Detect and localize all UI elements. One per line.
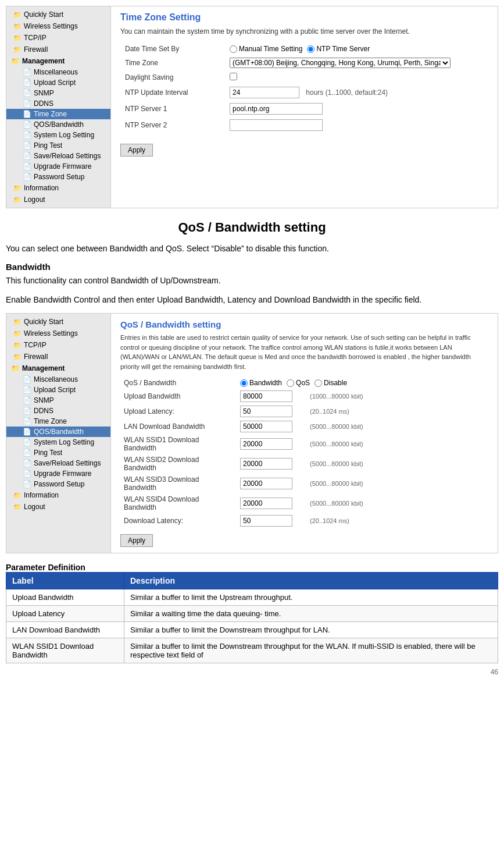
radio-bandwidth[interactable]: Bandwidth bbox=[240, 379, 282, 387]
folder-icon: 📁 bbox=[11, 57, 20, 65]
apply-button[interactable]: Apply bbox=[120, 144, 153, 157]
qos-sidebar-child-timezone[interactable]: 📄 Time Zone bbox=[6, 416, 110, 427]
qos-sidebar-child-ddns[interactable]: 📄 DDNS bbox=[6, 406, 110, 416]
ssid1-bw-input[interactable] bbox=[240, 438, 292, 450]
sidebar-child-qos-bandwidth[interactable]: 📄 QOS/Bandwidth bbox=[6, 119, 110, 130]
qos-hint-ssid4-bw: (5000...80000 kbit) bbox=[306, 493, 488, 513]
qos-hint-upload-latency: (20..1024 ms) bbox=[306, 404, 488, 419]
qos-sidebar-child-qos[interactable]: 📄 QOS/Bandwidth bbox=[6, 427, 110, 437]
sidebar-item-wireless-settings[interactable]: 📁 Wireless Settings bbox=[6, 20, 110, 32]
qos-hint-lan-bw: (5000...80000 kbit) bbox=[306, 419, 488, 434]
lan-bw-input[interactable] bbox=[240, 421, 292, 432]
daylight-checkbox[interactable] bbox=[230, 73, 237, 80]
doc-icon: 📄 bbox=[23, 79, 31, 87]
qos-sidebar-child-ping[interactable]: 📄 Ping Test bbox=[6, 447, 110, 458]
sidebar-child-ddns[interactable]: 📄 DDNS bbox=[6, 98, 110, 109]
upload-bw-input[interactable] bbox=[240, 390, 292, 402]
folder-icon: 📁 bbox=[13, 184, 22, 192]
doc-icon: 📄 bbox=[23, 396, 31, 404]
upload-latency-input[interactable] bbox=[240, 406, 292, 417]
folder-icon: 📁 bbox=[13, 23, 22, 30]
param-row-desc: Similar a buffer to limit the Downstream… bbox=[124, 622, 498, 638]
qos-row-ssid2-bw: WLAN SSID2 Download Bandwidth (5000...80… bbox=[120, 454, 488, 474]
qos-sidebar-item-information[interactable]: 📁 Information bbox=[6, 489, 110, 501]
radio-disable[interactable]: Disable bbox=[314, 379, 347, 387]
qos-sidebar-group-management[interactable]: 📁 Management bbox=[6, 363, 110, 374]
qos-label-lan-bw: LAN Download Bandwidth bbox=[120, 419, 237, 434]
sidebar-group-management[interactable]: 📁 Management bbox=[6, 55, 110, 67]
param-col-description: Description bbox=[124, 573, 498, 589]
param-section: Parameter Definition Label Description U… bbox=[6, 563, 498, 663]
sidebar-child-timezone[interactable]: 📄 Time Zone bbox=[6, 109, 110, 119]
ssid3-bw-input[interactable] bbox=[240, 478, 292, 489]
sidebar-item-information[interactable]: 📁 Information bbox=[6, 182, 110, 194]
qos-hint-ssid3-bw: (5000...80000 kbit) bbox=[306, 474, 488, 493]
qos-label-ssid2-bw: WLAN SSID2 Download Bandwidth bbox=[120, 454, 237, 474]
radio-ntp[interactable]: NTP Time Server bbox=[307, 45, 370, 53]
radio-disable-input[interactable] bbox=[314, 379, 322, 387]
qos-apply-button[interactable]: Apply bbox=[120, 534, 153, 547]
sidebar-item-firewall[interactable]: 📁 Firewall bbox=[6, 44, 110, 55]
sidebar-child-save-reload[interactable]: 📄 Save/Reload Settings bbox=[6, 151, 110, 161]
ssid4-bw-input[interactable] bbox=[240, 498, 292, 509]
field-label-ntp1: NTP Server 1 bbox=[120, 101, 225, 117]
doc-icon: 📄 bbox=[23, 131, 31, 139]
sidebar-child-miscellaneous[interactable]: 📄 Miscellaneous bbox=[6, 67, 110, 77]
qos-sidebar-item-logout[interactable]: 📁 Logout bbox=[6, 501, 110, 513]
folder-icon: 📁 bbox=[11, 364, 20, 372]
radio-bandwidth-input[interactable] bbox=[240, 379, 248, 387]
sidebar-child-upgrade-firmware[interactable]: 📄 Upgrade Firmware bbox=[6, 161, 110, 172]
doc-icon: 📄 bbox=[23, 173, 31, 181]
qos-row-mode: QoS / Bandwidth Bandwidth QoS Disable bbox=[120, 377, 488, 389]
qos-sidebar-item-tcpip[interactable]: 📁 TCP/IP bbox=[6, 339, 110, 351]
qos-description: Entries in this table are used to restri… bbox=[120, 333, 488, 371]
timezone-select[interactable]: (GMT+08:00) Beijing, Chongqing, Hong Kon… bbox=[230, 58, 451, 68]
doc-icon: 📄 bbox=[23, 480, 31, 488]
qos-sidebar-item-wireless[interactable]: 📁 Wireless Settings bbox=[6, 328, 110, 339]
sidebar-item-logout[interactable]: 📁 Logout bbox=[6, 194, 110, 205]
doc-icon: 📄 bbox=[23, 110, 31, 118]
folder-icon: 📁 bbox=[13, 196, 22, 204]
qos-row-ssid1-bw: WLAN SSID1 Download Bandwidth (5000...80… bbox=[120, 434, 488, 454]
field-label-daylight: Daylight Saving bbox=[120, 70, 225, 84]
qos-sidebar-item-firewall[interactable]: 📁 Firewall bbox=[6, 351, 110, 363]
doc-icon: 📄 bbox=[23, 120, 31, 129]
doc-icon: 📄 bbox=[23, 152, 31, 160]
qos-sidebar-child-password[interactable]: 📄 Password Setup bbox=[6, 479, 110, 489]
ntp-interval-input[interactable] bbox=[230, 87, 299, 98]
qos-sidebar-item-quickly-start[interactable]: 📁 Quickly Start bbox=[6, 316, 110, 328]
sidebar-item-tcpip[interactable]: 📁 TCP/IP bbox=[6, 32, 110, 44]
qos-sidebar-child-upgrade[interactable]: 📄 Upgrade Firmware bbox=[6, 468, 110, 479]
sidebar-child-password-setup[interactable]: 📄 Password Setup bbox=[6, 172, 110, 182]
ntp-server1-input[interactable] bbox=[230, 103, 323, 115]
folder-icon: 📁 bbox=[13, 46, 22, 54]
qos-row-upload-latency: Upload Latency: (20..1024 ms) bbox=[120, 404, 488, 419]
qos-sidebar-child-snmp[interactable]: 📄 SNMP bbox=[6, 395, 110, 406]
sidebar-child-system-log[interactable]: 📄 System Log Setting bbox=[6, 130, 110, 140]
sidebar-item-quickly-start[interactable]: 📁 Quickly Start bbox=[6, 9, 110, 20]
radio-ntp-input[interactable] bbox=[307, 45, 314, 53]
qos-sidebar-child-upload-script[interactable]: 📄 Upload Script bbox=[6, 385, 110, 395]
radio-qos-input[interactable] bbox=[287, 379, 294, 387]
radio-manual-input[interactable] bbox=[230, 45, 237, 53]
ntp-server2-input[interactable] bbox=[230, 119, 323, 131]
doc-icon: 📄 bbox=[23, 141, 31, 150]
field-label-timezone: Time Zone bbox=[120, 55, 225, 70]
download-latency-input[interactable] bbox=[240, 515, 292, 527]
qos-label-upload-bw: Upload Bandwidth bbox=[120, 389, 237, 404]
folder-icon: 📁 bbox=[13, 318, 22, 326]
sidebar-child-snmp[interactable]: 📄 SNMP bbox=[6, 88, 110, 98]
qos-sidebar-child-save-reload[interactable]: 📄 Save/Reload Settings bbox=[6, 458, 110, 468]
param-row-label: WLAN SSID1 Download Bandwidth bbox=[6, 638, 124, 663]
sidebar-child-ping-test[interactable]: 📄 Ping Test bbox=[6, 140, 110, 151]
qos-sidebar-child-syslog[interactable]: 📄 System Log Setting bbox=[6, 437, 110, 447]
ssid2-bw-input[interactable] bbox=[240, 458, 292, 470]
qos-mode-radio-group: Bandwidth QoS Disable bbox=[240, 379, 485, 387]
folder-icon: 📁 bbox=[13, 11, 22, 19]
form-row-ntp-interval: NTP Update Interval hours (1..1000, defa… bbox=[120, 84, 488, 101]
sidebar-child-upload-script[interactable]: 📄 Upload Script bbox=[6, 77, 110, 88]
qos-sidebar-child-miscellaneous[interactable]: 📄 Miscellaneous bbox=[6, 374, 110, 385]
qos-row-ssid3-bw: WLAN SSID3 Download Bandwidth (5000...80… bbox=[120, 474, 488, 493]
radio-manual[interactable]: Manual Time Setting bbox=[230, 45, 302, 53]
radio-qos[interactable]: QoS bbox=[287, 379, 310, 387]
